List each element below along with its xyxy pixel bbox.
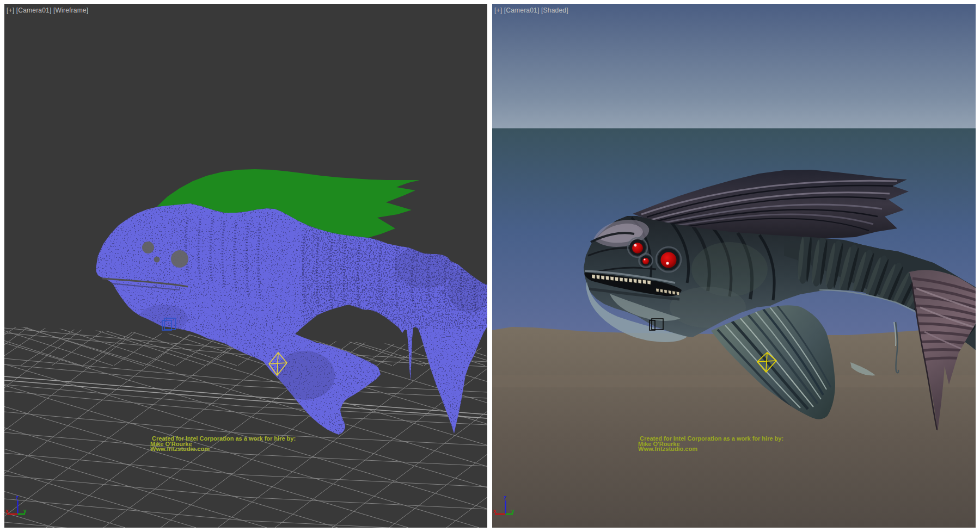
svg-text:z: z bbox=[504, 494, 506, 500]
svg-text:z: z bbox=[16, 494, 19, 500]
svg-text:y: y bbox=[23, 508, 27, 514]
svg-text:y: y bbox=[511, 508, 514, 514]
svg-text:x: x bbox=[5, 508, 9, 514]
svg-text:x: x bbox=[493, 508, 497, 514]
